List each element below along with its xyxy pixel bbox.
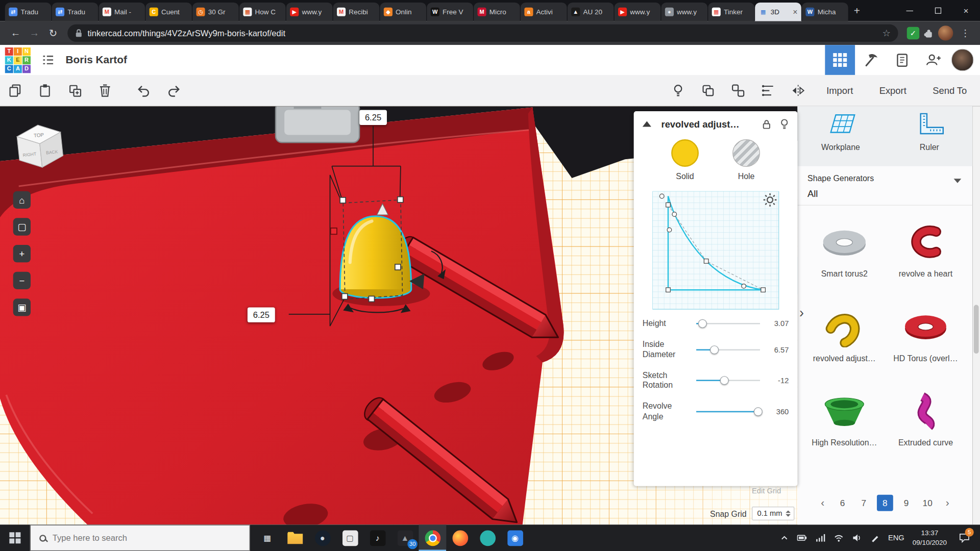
scrollbar[interactable] bbox=[972, 106, 980, 524]
ungroup-button[interactable] bbox=[723, 83, 753, 97]
send-to-button[interactable]: Send To bbox=[919, 85, 980, 96]
shape-card[interactable]: HD Torus (overl… bbox=[888, 307, 964, 363]
close-button[interactable]: × bbox=[952, 0, 980, 21]
action-center-button[interactable]: 5 bbox=[955, 525, 974, 551]
group-button[interactable] bbox=[693, 83, 723, 97]
volume-icon[interactable] bbox=[852, 533, 862, 543]
workplane-tool[interactable]: Workplane bbox=[803, 111, 878, 166]
view-mode-button[interactable]: ▣ bbox=[13, 298, 31, 316]
active-scale-handle[interactable] bbox=[331, 228, 337, 234]
maximize-button[interactable] bbox=[924, 0, 952, 21]
brick-export-button[interactable] bbox=[886, 53, 917, 67]
red-box-shape[interactable] bbox=[0, 108, 564, 525]
forward-button[interactable]: → bbox=[25, 24, 44, 43]
shape-name-title[interactable]: revolved adjust… bbox=[662, 119, 753, 130]
tinkercad-logo[interactable]: T I N K E R C A D bbox=[5, 47, 31, 72]
delete-button[interactable] bbox=[90, 83, 120, 97]
language-indicator[interactable]: ENG bbox=[888, 534, 904, 542]
next-page-chevron[interactable]: › bbox=[941, 496, 954, 509]
share-user-button[interactable] bbox=[918, 53, 949, 67]
page-button[interactable]: 6 bbox=[835, 495, 851, 511]
new-tab-button[interactable]: + bbox=[849, 5, 866, 21]
shape-card[interactable]: revolve a heart bbox=[888, 223, 964, 279]
wifi-icon[interactable] bbox=[834, 533, 844, 543]
tray-expand-icon[interactable] bbox=[780, 534, 789, 542]
taskbar-search[interactable] bbox=[30, 525, 250, 551]
browser-tab[interactable]: CCuent bbox=[145, 3, 192, 21]
slider-knob[interactable] bbox=[720, 376, 728, 385]
browser-tab[interactable]: MMicro bbox=[474, 3, 520, 21]
dimension-label[interactable]: 6.25 bbox=[359, 110, 387, 125]
fit-view-button[interactable]: ▢ bbox=[13, 218, 31, 235]
copy-button[interactable] bbox=[0, 83, 30, 97]
shape-card[interactable]: Smart torus2 bbox=[806, 223, 883, 279]
store-taskbar-icon[interactable]: ▢ bbox=[336, 525, 364, 551]
zoom-out-button[interactable]: − bbox=[13, 272, 31, 289]
chrome-taskbar-icon[interactable] bbox=[419, 525, 446, 551]
ruler-tool[interactable]: Ruler bbox=[892, 111, 967, 166]
solid-option[interactable]: Solid bbox=[671, 139, 699, 181]
dimension-label[interactable]: 6.25 bbox=[248, 307, 275, 322]
slider-knob[interactable] bbox=[698, 319, 707, 328]
mirror-button[interactable] bbox=[783, 83, 814, 97]
extensions-puzzle-icon[interactable] bbox=[923, 28, 935, 39]
undo-button[interactable] bbox=[129, 83, 159, 97]
slider-track[interactable] bbox=[696, 319, 760, 328]
show-all-button[interactable] bbox=[664, 83, 694, 97]
back-button[interactable]: ← bbox=[6, 24, 25, 43]
align-button[interactable] bbox=[753, 83, 783, 97]
gray-clip-shape[interactable] bbox=[276, 106, 359, 142]
battery-icon[interactable] bbox=[797, 533, 807, 543]
browser-tab[interactable]: ▦3D× bbox=[755, 3, 801, 21]
tab-close-icon[interactable]: × bbox=[793, 7, 797, 16]
shape-card[interactable]: revolved adjust… bbox=[806, 307, 883, 363]
browser-tab[interactable]: aActivi bbox=[521, 3, 567, 21]
browser-tab[interactable]: ▲AU 20 bbox=[568, 3, 614, 21]
page-button[interactable]: 10 bbox=[919, 495, 936, 511]
browser-tab[interactable]: ⇄Tradu bbox=[52, 3, 99, 21]
page-button[interactable]: 7 bbox=[855, 495, 872, 511]
duplicate-button[interactable] bbox=[60, 83, 90, 97]
meet-app-taskbar-icon[interactable] bbox=[474, 525, 501, 551]
bookmark-star-icon[interactable]: ☆ bbox=[882, 28, 890, 39]
design-title[interactable]: Boris Kartof bbox=[66, 54, 127, 66]
page-button[interactable]: 8 bbox=[877, 495, 893, 511]
browser-tab[interactable]: ▦How C bbox=[239, 3, 286, 21]
minimize-button[interactable] bbox=[896, 0, 924, 21]
address-bar[interactable]: tinkercad.com/things/4V2zArSWy9m-boris-k… bbox=[67, 24, 898, 42]
file-explorer-taskbar-icon[interactable] bbox=[281, 525, 309, 551]
scrollbar-thumb[interactable] bbox=[974, 305, 979, 354]
browser-tab[interactable]: ▦Tinker bbox=[708, 3, 754, 21]
cube-top-label[interactable]: TOP bbox=[34, 132, 44, 138]
slider-track[interactable] bbox=[696, 407, 760, 416]
home-button[interactable]: ⌂ bbox=[13, 191, 31, 209]
slider-knob[interactable] bbox=[754, 407, 763, 416]
slider-track[interactable] bbox=[696, 345, 760, 354]
page-button[interactable]: 9 bbox=[898, 495, 915, 511]
browser-tab[interactable]: ●www.y bbox=[662, 3, 708, 21]
collapse-panel-icon[interactable] bbox=[643, 121, 651, 127]
browser-tab[interactable]: ◆Onlin bbox=[380, 3, 426, 21]
paste-button[interactable] bbox=[30, 83, 60, 97]
shape-generators-dropdown[interactable]: Shape Generators All bbox=[797, 166, 972, 206]
browser-tab[interactable]: ▶www.y bbox=[615, 3, 661, 21]
browser-tab[interactable]: ⇄Tradu bbox=[5, 3, 52, 21]
shape-card[interactable]: Extruded curve bbox=[888, 392, 964, 447]
reload-button[interactable]: ↻ bbox=[44, 24, 63, 43]
shape-card[interactable]: High Resolution… bbox=[806, 392, 883, 447]
cellular-icon[interactable] bbox=[816, 533, 826, 543]
game-launcher-taskbar-icon[interactable]: ▲30 bbox=[391, 525, 419, 551]
lightbulb-icon[interactable] bbox=[780, 119, 789, 130]
profile-curve-editor[interactable] bbox=[652, 191, 779, 310]
snap-grid-select[interactable]: 0.1 mm bbox=[752, 507, 794, 520]
lock-icon[interactable] bbox=[762, 119, 771, 129]
hole-option[interactable]: Hole bbox=[732, 139, 760, 181]
user-avatar[interactable] bbox=[951, 49, 974, 71]
browser-tab[interactable]: WMicha bbox=[802, 3, 848, 21]
design-menu-icon[interactable] bbox=[41, 53, 56, 67]
browser-profile-avatar[interactable] bbox=[938, 26, 953, 40]
prev-page-chevron[interactable]: ‹ bbox=[816, 496, 829, 509]
collapse-library-chevron[interactable]: › bbox=[799, 305, 804, 321]
browser-tab[interactable]: MRecibi bbox=[333, 3, 380, 21]
steam-taskbar-icon[interactable]: ● bbox=[309, 525, 336, 551]
